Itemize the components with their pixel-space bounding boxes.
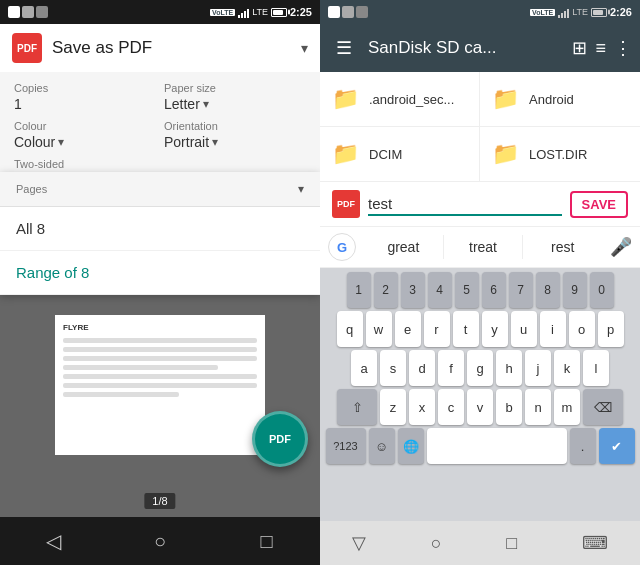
key-a[interactable]: a — [351, 350, 377, 386]
folder-icon-dcim: 📁 — [332, 141, 359, 167]
colour-label: Colour — [14, 120, 156, 132]
recents-button-right[interactable]: □ — [506, 533, 517, 554]
key-x[interactable]: x — [409, 389, 435, 425]
key-c[interactable]: c — [438, 389, 464, 425]
fab-print-button[interactable]: PDF — [252, 411, 308, 467]
key-n[interactable]: n — [525, 389, 551, 425]
key-3[interactable]: 3 — [401, 272, 425, 308]
dropdown-arrow-header[interactable]: ▾ — [301, 40, 308, 56]
key-1[interactable]: 1 — [347, 272, 371, 308]
filename-input[interactable] — [368, 193, 562, 216]
key-p[interactable]: p — [598, 311, 624, 347]
key-2[interactable]: 2 — [374, 272, 398, 308]
key-shift[interactable]: ⇧ — [337, 389, 377, 425]
more-options-icon[interactable]: ⋮ — [614, 37, 632, 59]
keyboard-icon[interactable]: ⌨ — [582, 532, 608, 554]
key-y[interactable]: y — [482, 311, 508, 347]
settings-grid: Copies 1 Paper size Letter ▾ Colour Colo… — [0, 72, 320, 158]
key-8[interactable]: 8 — [536, 272, 560, 308]
key-4[interactable]: 4 — [428, 272, 452, 308]
key-7[interactable]: 7 — [509, 272, 533, 308]
key-z[interactable]: z — [380, 389, 406, 425]
doc-line-7 — [63, 392, 179, 397]
key-9[interactable]: 9 — [563, 272, 587, 308]
home-button-left[interactable]: ○ — [130, 530, 190, 553]
key-globe[interactable]: 🌐 — [398, 428, 424, 464]
back-button-left[interactable]: ◁ — [23, 529, 83, 553]
key-s[interactable]: s — [380, 350, 406, 386]
key-5[interactable]: 5 — [455, 272, 479, 308]
key-j[interactable]: j — [525, 350, 551, 386]
key-space[interactable] — [427, 428, 567, 464]
paper-value-row[interactable]: Letter ▾ — [164, 96, 306, 112]
grid-view-icon[interactable]: ⊞ — [572, 37, 587, 59]
pdf-save-label: PDF — [337, 199, 355, 209]
key-q[interactable]: q — [337, 311, 363, 347]
file-item-dcim[interactable]: 📁 DCIM — [320, 127, 480, 182]
key-emoji[interactable]: ☺ — [369, 428, 395, 464]
key-enter[interactable]: ✔ — [599, 428, 635, 464]
key-row-asdf: a s d f g h j k l — [322, 350, 638, 386]
save-button[interactable]: SAVE — [570, 191, 628, 218]
notification-icon-2 — [22, 6, 34, 18]
colour-dropdown-arrow: ▾ — [58, 135, 64, 149]
suggestion-great[interactable]: great — [364, 235, 444, 259]
right-header: ☰ SanDisk SD ca... ⊞ ≡ ⋮ — [320, 24, 640, 72]
right-notification-1 — [328, 6, 340, 18]
file-name-android: Android — [529, 92, 574, 107]
suggestion-rest[interactable]: rest — [523, 235, 602, 259]
file-item-lost[interactable]: 📁 LOST.DIR — [480, 127, 640, 182]
google-g-icon: G — [328, 233, 356, 261]
key-d[interactable]: d — [409, 350, 435, 386]
range-option[interactable]: Range of 8 — [0, 251, 320, 295]
file-item-android[interactable]: 📁 Android — [480, 72, 640, 127]
key-period[interactable]: . — [570, 428, 596, 464]
doc-title: FLYRE — [63, 323, 257, 332]
key-w[interactable]: w — [366, 311, 392, 347]
hamburger-icon[interactable]: ☰ — [328, 37, 360, 59]
pdf-icon-save: PDF — [332, 190, 360, 218]
copies-value-row: 1 — [14, 96, 156, 112]
home-button-right[interactable]: ○ — [431, 533, 442, 554]
key-o[interactable]: o — [569, 311, 595, 347]
key-m[interactable]: m — [554, 389, 580, 425]
key-t[interactable]: t — [453, 311, 479, 347]
key-6[interactable]: 6 — [482, 272, 506, 308]
all-pages-option[interactable]: All 8 — [0, 207, 320, 251]
paper-dropdown-arrow: ▾ — [203, 97, 209, 111]
key-r[interactable]: r — [424, 311, 450, 347]
colour-value: Colour — [14, 134, 55, 150]
save-dialog: PDF SAVE — [320, 182, 640, 227]
key-num-toggle[interactable]: ?123 — [326, 428, 366, 464]
colour-value-row[interactable]: Colour ▾ — [14, 134, 156, 150]
key-u[interactable]: u — [511, 311, 537, 347]
fab-pdf-label: PDF — [269, 433, 291, 445]
key-h[interactable]: h — [496, 350, 522, 386]
recents-button-left[interactable]: □ — [237, 530, 297, 553]
key-e[interactable]: e — [395, 311, 421, 347]
key-l[interactable]: l — [583, 350, 609, 386]
right-panel: VoLTE LTE 2:26 ☰ SanDisk SD ca... ⊞ ≡ ⋮ — [320, 0, 640, 565]
key-b[interactable]: b — [496, 389, 522, 425]
key-f[interactable]: f — [438, 350, 464, 386]
folder-icon-android-sec: 📁 — [332, 86, 359, 112]
key-v[interactable]: v — [467, 389, 493, 425]
suggestion-treat[interactable]: treat — [444, 235, 524, 259]
file-item-android-sec[interactable]: 📁 .android_sec... — [320, 72, 480, 127]
key-k[interactable]: k — [554, 350, 580, 386]
left-header-title: Save as PDF — [52, 38, 291, 58]
sort-icon[interactable]: ≡ — [595, 38, 606, 59]
key-backspace[interactable]: ⌫ — [583, 389, 623, 425]
file-name-dcim: DCIM — [369, 147, 402, 162]
copies-label: Copies — [14, 82, 156, 94]
key-0[interactable]: 0 — [590, 272, 614, 308]
key-i[interactable]: i — [540, 311, 566, 347]
mic-icon[interactable]: 🎤 — [610, 236, 632, 258]
folder-icon-android: 📁 — [492, 86, 519, 112]
pages-arrow: ▾ — [298, 182, 304, 196]
right-status-bar: VoLTE LTE 2:26 — [320, 0, 640, 24]
orientation-value-row[interactable]: Portrait ▾ — [164, 134, 306, 150]
copies-value: 1 — [14, 96, 22, 112]
back-button-right[interactable]: ▽ — [352, 532, 366, 554]
key-g[interactable]: g — [467, 350, 493, 386]
